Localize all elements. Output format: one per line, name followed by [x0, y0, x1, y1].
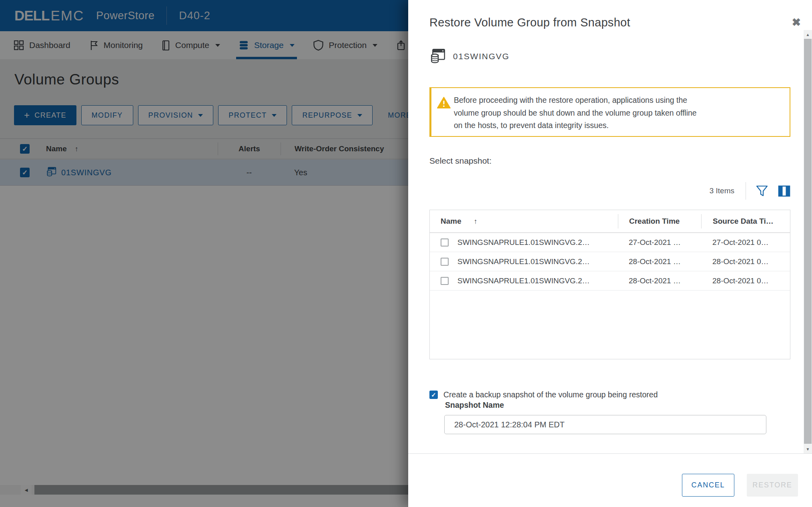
- backup-snapshot-option: ✓ Create a backup snapshot of the volume…: [429, 390, 658, 399]
- check-icon: ✓: [431, 391, 436, 399]
- scroll-down-button[interactable]: ▼: [804, 445, 812, 453]
- snapshot-name-input[interactable]: [444, 415, 766, 434]
- backup-snapshot-label: Create a backup snapshot of the volume g…: [443, 390, 658, 399]
- screen: DELL EMC PowerStore D40-2 Dashboard Moni…: [0, 0, 812, 507]
- close-icon[interactable]: ✖: [792, 16, 801, 29]
- warning-text: Before proceeding with the restore opera…: [454, 94, 697, 136]
- column-header-name[interactable]: Name ↑: [430, 217, 618, 226]
- items-count: 3 Items: [710, 186, 734, 195]
- cancel-button[interactable]: CANCEL: [682, 474, 734, 497]
- scroll-up-icon: ▲: [806, 32, 810, 37]
- scroll-up-button[interactable]: ▲: [804, 30, 812, 39]
- scroll-down-icon: ▼: [806, 447, 810, 451]
- modal-volume-group: 01SWINGVG: [429, 47, 509, 66]
- footer-divider: [408, 453, 812, 454]
- snapshot-table-header: Name ↑ Creation Time Source Data Ti…: [430, 210, 790, 233]
- snapshot-row[interactable]: SWINGSNAPRULE1.01SWINGVG.2… 28-Oct-2021 …: [430, 271, 790, 291]
- snapshot-table-toolbar: 3 Items: [429, 182, 790, 200]
- snapshot-table: Name ↑ Creation Time Source Data Ti… SWI…: [429, 210, 790, 359]
- filter-icon[interactable]: [756, 185, 768, 197]
- sort-ascending-icon: ↑: [474, 217, 477, 226]
- backup-snapshot-checkbox[interactable]: ✓: [429, 391, 438, 399]
- modal-volume-group-name: 01SWINGVG: [453, 52, 509, 61]
- column-header-creation-time[interactable]: Creation Time: [618, 214, 701, 228]
- select-snapshot-label: Select snapshot:: [429, 156, 491, 166]
- modal-scrollbar-thumb[interactable]: [804, 39, 812, 444]
- column-header-source-data-time[interactable]: Source Data Ti…: [701, 214, 790, 228]
- restore-volume-group-modal: Restore Volume Group from Snapshot ✖ 01S…: [408, 0, 812, 507]
- volume-group-icon: [429, 47, 446, 66]
- snapshot-row[interactable]: SWINGSNAPRULE1.01SWINGVG.2… 27-Oct-2021 …: [430, 233, 790, 252]
- snapshot-name-label: Snapshot Name: [445, 401, 504, 410]
- toolbar-divider: [746, 182, 746, 200]
- snapshot-checkbox[interactable]: [441, 258, 449, 266]
- snapshot-row[interactable]: SWINGSNAPRULE1.01SWINGVG.2… 28-Oct-2021 …: [430, 252, 790, 271]
- columns-icon[interactable]: [778, 185, 790, 197]
- warning-icon: [437, 94, 454, 136]
- restore-button[interactable]: RESTORE: [747, 474, 798, 497]
- snapshot-checkbox[interactable]: [441, 277, 449, 285]
- warning-banner: Before proceeding with the restore opera…: [429, 87, 790, 137]
- modal-scrollbar[interactable]: ▲ ▼: [804, 30, 812, 453]
- modal-title: Restore Volume Group from Snapshot: [429, 16, 630, 29]
- snapshot-checkbox[interactable]: [441, 238, 449, 246]
